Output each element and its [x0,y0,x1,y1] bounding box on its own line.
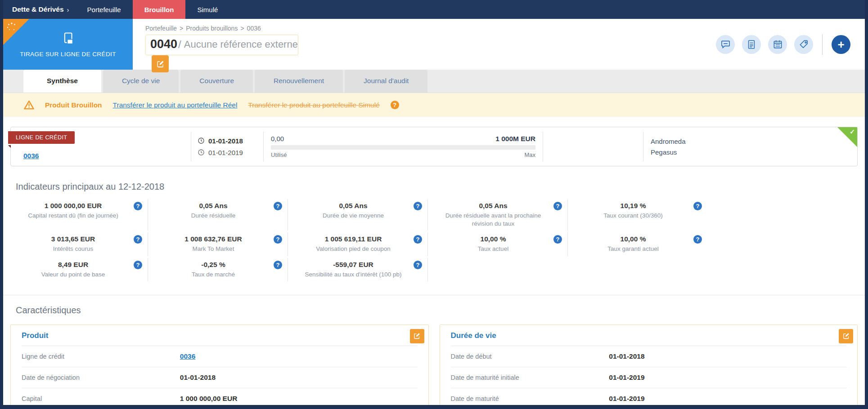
help-icon[interactable] [414,202,422,210]
credit-line-badge: LIGNE DE CRÉDIT [8,131,75,144]
characteristic-row: Date de maturité 01-01-2019 [451,388,847,409]
tab-label: Journal d'audit [364,77,409,85]
help-icon[interactable] [391,101,399,109]
help-icon[interactable] [693,235,702,244]
tab-label: Cycle de vie [122,77,160,85]
breadcrumb-part[interactable]: Produits brouillons [186,25,238,32]
indicator-value: -0,25 % [154,261,272,269]
indicator-label: Taux garanti actuel [574,245,692,253]
characteristics-panels: Produit Ligne de crédit 0036 Date de nég… [10,325,858,409]
indicator-taux-marche: -0,25 % Taux de marché [148,258,288,281]
characteristics-section-title: Caractéristiques [16,305,865,316]
indicator-taux-garanti: 10,00 % Taux garanti actuel [567,232,707,256]
indicator-duree-residuelle: 0,05 Ans Durée résiduelle [148,199,288,231]
book-name: Pegasus [651,148,857,156]
edit-pencil-icon [156,60,165,68]
help-icon[interactable] [553,202,562,210]
tab-synthese[interactable]: Synthèse [23,69,101,93]
book-name: Andromeda [651,138,857,145]
tab-renouvellement[interactable]: Renouvellement [255,69,343,93]
help-icon[interactable] [693,202,702,210]
indicator-value: 10,00 % [434,235,552,243]
card-empty-section [543,127,643,166]
row-value: 01-01-2018 [609,352,644,360]
section-divider [3,295,865,295]
indicator-valeur-point-base: 8,49 EUR Valeur du point de base [8,258,148,281]
row-value: 01-01-2019 [609,373,644,382]
tab-journal-audit[interactable]: Journal d'audit [345,69,427,93]
tags-button[interactable] [794,35,813,54]
credit-line-reference-link[interactable]: 0036 [23,152,39,160]
documents-button[interactable] [742,35,761,54]
help-icon[interactable] [274,261,282,269]
indicator-label: Taux actuel [434,245,552,253]
nav-item-label: Portefeuille [87,6,121,13]
indicator-value: 0,05 Ans [294,202,412,210]
indicator-label: Sensibilité au taux d'intérêt (100 pb) [294,271,412,279]
start-date: 01-01-2018 [208,137,243,145]
draft-status-label: Produit Brouillon [45,101,102,109]
help-icon[interactable] [553,235,562,244]
nav-brand-label: Dette & Dérivés [12,5,64,13]
help-icon[interactable] [414,235,422,244]
transfer-to-real-link[interactable]: Transférer le produit au portefeuille Ré… [113,101,238,109]
actions-divider [822,34,823,55]
tab-label: Renouvellement [274,77,324,85]
spinner-dots-icon [5,21,18,34]
credit-line-link[interactable]: 0036 [180,352,195,360]
max-label: Max [524,151,535,158]
breadcrumb-separator: > [180,25,183,32]
badge-fold [8,145,11,148]
product-header: TIRAGE SUR LIGNE DE CRÉDIT Portefeuille … [3,19,865,70]
edit-duree-de-vie-button[interactable] [839,329,853,343]
characteristic-row: Date de maturité initiale 01-01-2019 [451,367,847,388]
indicator-duree-avant-revision: 0,05 Ans Durée résiduelle avant la proch… [427,199,567,231]
indicator-duree-vie-moyenne: 0,05 Ans Durée de vie moyenne [288,199,427,231]
nav-brand-menu[interactable]: Dette & Dérivés › [3,5,76,13]
breadcrumb: Portefeuille > Produits brouillons > 003… [145,25,716,32]
edit-reference-button[interactable] [152,55,169,72]
indicator-value: 3 013,65 EUR [14,235,132,243]
row-value: 01-01-2019 [609,395,644,403]
credit-line-dates: 01-01-2018 01-01-2019 [191,127,263,166]
help-icon[interactable] [134,235,142,244]
help-icon[interactable] [274,235,282,244]
nav-item-simule[interactable]: Simulé [185,0,229,19]
check-icon [850,128,855,135]
help-icon[interactable] [134,202,142,210]
comments-button[interactable] [716,35,735,54]
indicator-label: Taux courant (30/360) [574,212,692,220]
indicator-value: 1 005 619,11 EUR [294,235,412,243]
nav-item-label: Brouillon [144,6,174,13]
edit-pencil-icon [842,332,850,340]
indicator-label: Capital restant dû (fin de journée) [14,212,132,220]
nav-item-brouillon[interactable]: Brouillon [133,0,186,19]
app-window: Dette & Dérivés › Portefeuille Brouillon… [0,0,868,409]
row-label: Date de maturité initiale [451,374,609,381]
indicator-label: Durée de vie moyenne [294,212,412,220]
help-icon[interactable] [134,261,142,269]
characteristic-row: Date de début 01-01-2018 [451,346,847,367]
edit-produit-button[interactable] [410,329,424,343]
row-label: Date de maturité [451,395,609,402]
transfer-to-simulated-link-disabled: Transférer le produit au portefeuille Si… [248,101,379,109]
indicators-grid: 1 000 000,00 EUR Capital restant dû (fin… [8,199,865,281]
breadcrumb-part[interactable]: Portefeuille [145,25,177,32]
indicators-row: 8,49 EUR Valeur du point de base -0,25 %… [8,258,865,281]
chevron-right-icon: › [67,6,69,13]
schedule-button[interactable] [768,35,787,54]
breadcrumb-part[interactable]: 0036 [247,25,261,32]
tab-couverture[interactable]: Couverture [180,69,253,93]
indicator-value: 0,05 Ans [154,202,272,210]
tab-cycle-de-vie[interactable]: Cycle de vie [103,69,179,93]
add-button[interactable]: + [832,35,850,54]
help-icon[interactable] [274,202,282,210]
used-label: Utilisé [271,151,287,158]
indicator-valorisation-pied-coupon: 1 005 619,11 EUR Valorisation pied de co… [288,232,427,256]
end-date-row: 01-01-2019 [198,149,263,156]
characteristic-row: Ligne de crédit 0036 [22,346,418,367]
nav-item-portefeuille[interactable]: Portefeuille [76,0,133,19]
warning-triangle-icon [24,100,34,110]
credit-line-card: LIGNE DE CRÉDIT 0036 01-01-2018 01-01-20… [10,127,858,166]
help-icon[interactable] [414,261,422,269]
